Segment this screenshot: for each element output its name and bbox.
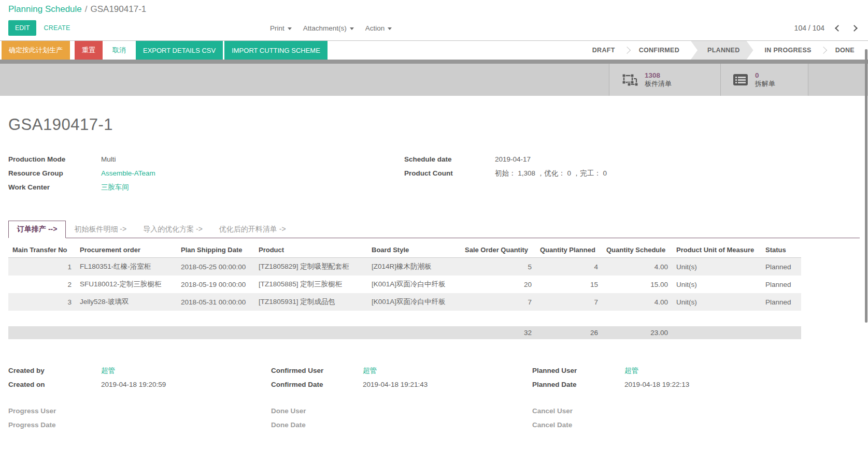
breadcrumb-separator: / [82, 4, 91, 14]
col-sale-order-quantity[interactable]: Sale Order Quantity [461, 242, 536, 258]
work-center-link[interactable]: 三胺车间 [101, 183, 129, 192]
table-row[interactable]: 1 FL180351-红橡-浴室柜 2018-05-25 00:00:00 [T… [8, 258, 801, 276]
print-menu[interactable]: Print [270, 24, 292, 32]
action-menu-label: Action [365, 24, 385, 32]
cell-quantity-planned: 15 [536, 275, 602, 293]
cell-quantity-schedule: 4.00 [602, 293, 672, 311]
col-status[interactable]: Status [761, 242, 801, 258]
field-cancel-user: Cancel User [532, 407, 860, 416]
stat-panel: 1308 板件清单 0 [0, 64, 868, 96]
col-product-uom[interactable]: Product Unit of Measure [672, 242, 761, 258]
cell-quantity-planned: 7 [536, 293, 602, 311]
field-label: Work Center [8, 183, 101, 192]
audit-fields: Created by 超管 Created on 2019-04-18 19:2… [8, 366, 860, 430]
field-progress-date: Progress Date [8, 420, 271, 430]
field-progress-user: Progress User [8, 407, 271, 416]
field-done-user: Done User [271, 407, 532, 416]
stat-button-board-parts[interactable]: 1308 板件清单 [609, 64, 720, 96]
panel-top-strip [0, 60, 868, 64]
chevron-down-icon [388, 27, 392, 30]
tab-optimized-cutting-list[interactable]: 优化后的开料清单 -> [211, 221, 294, 238]
import-cutting-scheme-button[interactable]: IMPORT CUTTING SCHEME [224, 41, 328, 60]
field-cancel-date: Cancel Date [532, 420, 860, 430]
cell-product: [TZ1805931] 定制成品包 [254, 293, 367, 311]
tab-order-scheduling[interactable]: 订单排产 --> [8, 221, 66, 238]
col-procurement-order[interactable]: Procurement order [76, 242, 177, 258]
field-label: Production Mode [8, 155, 101, 164]
edit-button[interactable]: EDIT [8, 20, 36, 36]
col-product[interactable]: Product [254, 242, 367, 258]
create-button[interactable]: CREATE [44, 24, 70, 32]
field-group-right: Schedule date 2019-04-17 Product Count 初… [404, 155, 607, 192]
confirm-plan-button[interactable]: 确定按此计划生产 [2, 41, 70, 60]
stage-draft[interactable]: DRAFT [581, 41, 627, 60]
pager-prev-button[interactable] [835, 25, 842, 32]
stage-in-progress[interactable]: IN PROGRESS [753, 41, 823, 60]
cell-product-uom: Unit(s) [672, 275, 761, 293]
tab-imported-optimization[interactable]: 导入的优化方案 -> [135, 221, 211, 238]
cell-board-style: [K001A]双面冷白中纤板 [367, 293, 461, 311]
field-product-count: Product Count 初始： 1,308 ，优化： 0 ，完工： 0 [404, 169, 607, 178]
stat-value: 1308 [645, 71, 672, 80]
confirmed-user-link[interactable]: 超管 [363, 366, 377, 375]
action-menu[interactable]: Action [365, 24, 392, 32]
attachments-menu[interactable]: Attachment(s) [303, 24, 354, 32]
col-plan-shipping-date[interactable]: Plan Shipping Date [177, 242, 254, 258]
pager-next-button[interactable] [851, 25, 858, 32]
field-label: Cancel User [532, 407, 624, 416]
field-done-date: Done Date [271, 420, 532, 430]
status-bar: 确定按此计划生产 重置 取消 EXPORT DETAILS CSV IMPORT… [0, 40, 868, 60]
field-value: 2019-04-17 [495, 155, 531, 164]
field-production-mode: Production Mode Multi [8, 155, 404, 164]
stage-confirmed[interactable]: CONFIRMED [628, 41, 691, 60]
stat-button-teardown[interactable]: 0 拆解单 [720, 64, 808, 96]
planned-user-link[interactable]: 超管 [624, 366, 638, 375]
field-label: Done User [271, 407, 363, 416]
breadcrumb-parent-link[interactable]: Planning Schedule [8, 4, 82, 14]
field-confirmed-date: Confirmed Date 2019-04-18 19:21:43 [271, 380, 532, 389]
field-created-on: Created on 2019-04-18 19:20:59 [8, 380, 271, 389]
vertical-scrollbar[interactable] [865, 49, 867, 323]
record-title: GSA190417-1 [8, 115, 860, 134]
col-main-transfer-no[interactable]: Main Transfer No [8, 242, 76, 258]
field-label: Done Date [271, 420, 363, 430]
field-planned-date: Planned Date 2019-04-18 19:22:13 [532, 380, 860, 389]
board-parts-icon [621, 72, 638, 88]
stage-done[interactable]: DONE [824, 41, 866, 60]
total-sale-order-quantity: 32 [461, 326, 536, 339]
resource-group-link[interactable]: Assemble-ATeam [101, 169, 155, 178]
notebook-tabs: 订单排产 --> 初始板件明细 -> 导入的优化方案 -> 优化后的开料清单 -… [8, 221, 860, 238]
pager-count: 104 / 104 [794, 24, 824, 32]
field-planned-user: Planned User 超管 [532, 366, 860, 375]
export-details-csv-button[interactable]: EXPORT DETAILS CSV [136, 41, 223, 60]
field-value: 2019-04-18 19:21:43 [363, 380, 428, 389]
col-quantity-schedule[interactable]: Quantity Schedule [602, 242, 672, 258]
chevron-down-icon [288, 27, 292, 30]
cell-product-uom: Unit(s) [672, 293, 761, 311]
stage-planned-active[interactable]: PLANNED [691, 41, 753, 60]
field-label: Schedule date [404, 155, 495, 164]
stage-pipeline: DRAFT CONFIRMED PLANNED IN PROGRESS DONE [581, 41, 868, 60]
stat-value: 0 [755, 71, 775, 80]
field-schedule-date: Schedule date 2019-04-17 [404, 155, 607, 164]
field-label: Confirmed Date [271, 380, 363, 389]
table-row[interactable]: 3 Jelly528-玻璃双 2018-05-31 00:00:00 [TZ18… [8, 293, 801, 311]
cell-product: [TZ1805885] 定制三胺橱柜 [254, 275, 367, 293]
created-by-link[interactable]: 超管 [101, 366, 115, 375]
field-label: Planned Date [532, 380, 624, 389]
field-resource-group: Resource Group Assemble-ATeam [8, 169, 404, 178]
reset-button[interactable]: 重置 [75, 41, 103, 60]
attachments-menu-label: Attachment(s) [303, 24, 347, 32]
tab-initial-board-detail[interactable]: 初始板件明细 -> [66, 221, 135, 238]
table-row[interactable]: 2 SFU180012-定制三胺橱柜 2018-05-19 00:00:00 [… [8, 275, 801, 293]
cancel-button[interactable]: 取消 [107, 41, 131, 60]
cell-product: [TZ1805829] 定制吸塑配套柜 [254, 258, 367, 276]
cell-board-style: [Z014R]橡木防潮板 [367, 258, 461, 276]
top-bar: Planning Schedule/GSA190417-1 EDIT CREAT… [0, 0, 868, 40]
col-board-style[interactable]: Board Style [367, 242, 461, 258]
stat-label: 板件清单 [645, 80, 672, 88]
cell-quantity-schedule: 15.00 [602, 275, 672, 293]
cell-main-transfer-no: 2 [8, 275, 76, 293]
field-label: Product Count [404, 169, 495, 178]
col-quantity-planned[interactable]: Quantity Planned [536, 242, 602, 258]
